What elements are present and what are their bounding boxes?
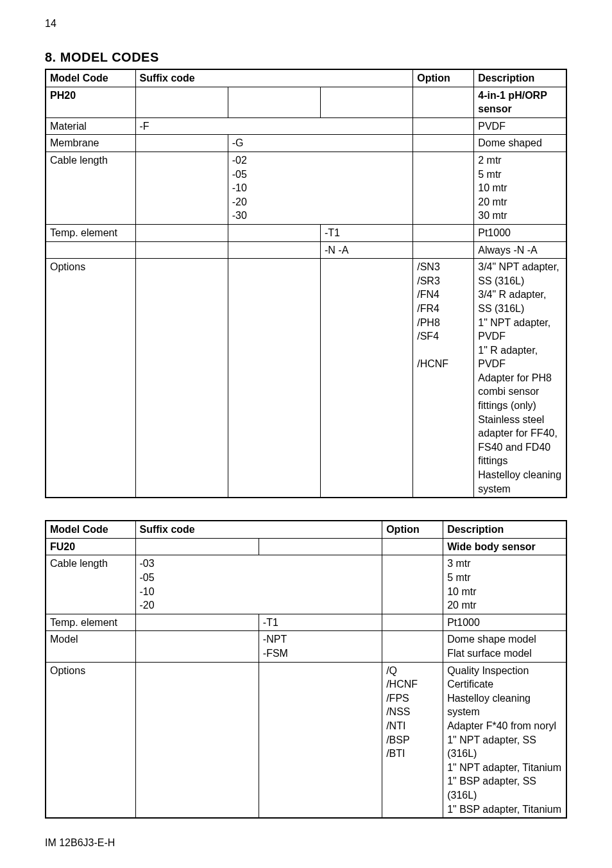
- cell-label: Cable length: [46, 555, 135, 614]
- cell-suffix: -03 -05 -10 -20: [135, 555, 382, 614]
- cell-empty: [321, 259, 413, 498]
- cell-empty: [46, 241, 135, 259]
- cell-empty: [135, 135, 228, 152]
- cell-desc: Dome shaped: [474, 135, 566, 152]
- row-options: Options /SN3 /SR3 /FN4 /FR4 /PH8 /SF4 /H…: [46, 259, 566, 498]
- cell-code: FU20: [46, 538, 135, 555]
- cell-empty: [382, 631, 443, 662]
- cell-desc: 2 mtr 5 mtr 10 mtr 20 mtr 30 mtr: [474, 152, 566, 224]
- row-temp: Temp. element -T1 Pt1000: [46, 614, 566, 631]
- row-ph20: PH20 4-in-1 pH/ORP sensor: [46, 87, 566, 117]
- cell-empty: [382, 555, 443, 614]
- cell-label: Temp. element: [46, 224, 135, 241]
- cell-empty: [259, 662, 382, 818]
- cell-suffix: -N -A: [321, 241, 413, 259]
- cell-suffix: -T1: [321, 224, 413, 241]
- cell-desc: Pt1000: [474, 224, 566, 241]
- cell-desc: Wide body sensor: [443, 538, 566, 555]
- cell-label: Temp. element: [46, 614, 135, 631]
- cell-empty: [413, 152, 474, 224]
- cell-suffix: -T1: [259, 614, 382, 631]
- cell-empty: [413, 241, 474, 259]
- row-cable: Cable length -02 -05 -10 -20 -30 2 mtr 5…: [46, 152, 566, 224]
- header-row: Model Code Suffix code Option Descriptio…: [46, 521, 566, 538]
- cell-empty: [135, 87, 228, 117]
- cell-label: Membrane: [46, 135, 135, 152]
- row-material: Material -F PVDF: [46, 117, 566, 135]
- cell-empty: [413, 135, 474, 152]
- cell-label: Model: [46, 631, 135, 662]
- cell-empty: [135, 241, 228, 259]
- cell-empty: [382, 538, 443, 555]
- row-cable: Cable length -03 -05 -10 -20 3 mtr 5 mtr…: [46, 555, 566, 614]
- cell-label: Options: [46, 662, 135, 818]
- cell-desc: 4-in-1 pH/ORP sensor: [474, 87, 566, 117]
- header-model-code: Model Code: [46, 69, 135, 87]
- cell-empty: [413, 117, 474, 135]
- cell-desc: 3/4" NPT adapter, SS (316L) 3/4" R adapt…: [474, 259, 566, 498]
- row-temp: Temp. element -T1 Pt1000: [46, 224, 566, 241]
- cell-empty: [413, 87, 474, 117]
- cell-empty: [228, 224, 320, 241]
- cell-empty: [135, 614, 259, 631]
- header-option: Option: [382, 521, 443, 538]
- cell-empty: [135, 662, 259, 818]
- cell-empty: [228, 259, 320, 498]
- model-codes-table-ph20: Model Code Suffix code Option Descriptio…: [45, 69, 567, 498]
- cell-desc: 3 mtr 5 mtr 10 mtr 20 mtr: [443, 555, 566, 614]
- cell-empty: [382, 614, 443, 631]
- cell-desc: PVDF: [474, 117, 566, 135]
- cell-option: /Q /HCNF /FPS /NSS /NTI /BSP /BTI: [382, 662, 443, 818]
- cell-empty: [259, 538, 382, 555]
- cell-empty: [228, 87, 320, 117]
- cell-desc: Always -N -A: [474, 241, 566, 259]
- cell-code: PH20: [46, 87, 135, 117]
- header-row: Model Code Suffix code Option Descriptio…: [46, 69, 566, 87]
- cell-label: Material: [46, 117, 135, 135]
- header-description: Description: [474, 69, 566, 87]
- cell-empty: [135, 152, 228, 224]
- cell-label: Cable length: [46, 152, 135, 224]
- row-na: -N -A Always -N -A: [46, 241, 566, 259]
- footer: IM 12B6J3-E-H: [45, 837, 115, 849]
- section-title: 8. MODEL CODES: [45, 50, 567, 65]
- header-suffix-code: Suffix code: [135, 69, 413, 87]
- row-model: Model -NPT -FSM Dome shape model Flat su…: [46, 631, 566, 662]
- cell-empty: [135, 259, 228, 498]
- cell-suffix: -NPT -FSM: [259, 631, 382, 662]
- cell-suffix: -02 -05 -10 -20 -30: [228, 152, 413, 224]
- cell-option: /SN3 /SR3 /FN4 /FR4 /PH8 /SF4 /HCNF: [413, 259, 474, 498]
- cell-suffix: -F: [135, 117, 413, 135]
- cell-desc: Quality Inspection Certificate Hastelloy…: [443, 662, 566, 818]
- cell-empty: [135, 224, 228, 241]
- header-description: Description: [443, 521, 566, 538]
- cell-suffix: -G: [228, 135, 413, 152]
- header-model-code: Model Code: [46, 521, 135, 538]
- row-membrane: Membrane -G Dome shaped: [46, 135, 566, 152]
- cell-empty: [135, 538, 259, 555]
- page-number: 14: [45, 18, 56, 30]
- cell-desc: Pt1000: [443, 614, 566, 631]
- row-options: Options /Q /HCNF /FPS /NSS /NTI /BSP /BT…: [46, 662, 566, 818]
- row-fu20: FU20 Wide body sensor: [46, 538, 566, 555]
- cell-desc: Dome shape model Flat surface model: [443, 631, 566, 662]
- cell-label: Options: [46, 259, 135, 498]
- cell-empty: [228, 241, 320, 259]
- header-option: Option: [413, 69, 474, 87]
- cell-empty: [413, 224, 474, 241]
- header-suffix-code: Suffix code: [135, 521, 382, 538]
- cell-empty: [135, 631, 259, 662]
- model-codes-table-fu20: Model Code Suffix code Option Descriptio…: [45, 520, 567, 819]
- cell-empty: [321, 87, 413, 117]
